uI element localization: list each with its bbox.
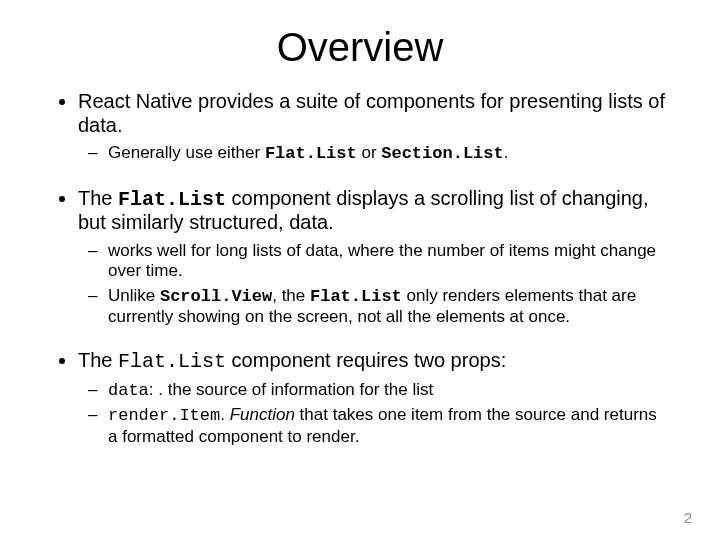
bullet-item: The Flat.List component requires two pro… xyxy=(78,349,670,447)
sub-list: Generally use either Flat.List or Sectio… xyxy=(78,143,670,164)
sub-item: data: . the source of information for th… xyxy=(108,380,670,401)
slide-title: Overview xyxy=(50,25,670,70)
bullet-text: React Native provides a suite of compone… xyxy=(78,90,665,136)
sub-list: data: . the source of information for th… xyxy=(78,380,670,447)
bullet-item: React Native provides a suite of compone… xyxy=(78,90,670,165)
code-sectionlist: Section.List xyxy=(381,144,503,163)
code-flatlist: Flat.List xyxy=(310,287,402,306)
sub-list: works well for long lists of data, where… xyxy=(78,241,670,328)
code-flatlist: Flat.List xyxy=(118,350,226,373)
page-number: 2 xyxy=(684,509,692,526)
emphasis: Function xyxy=(230,405,295,424)
code-data-prop: data xyxy=(108,381,149,400)
slide: Overview React Native provides a suite o… xyxy=(0,0,720,540)
code-flatlist: Flat.List xyxy=(265,144,357,163)
bullet-item: The Flat.List component displays a scrol… xyxy=(78,187,670,328)
code-scrollview: Scroll.View xyxy=(160,287,272,306)
code-flatlist: Flat.List xyxy=(118,188,226,211)
sub-item: render.Item. Function that takes one ite… xyxy=(108,405,670,447)
sub-item: Unlike Scroll.View, the Flat.List only r… xyxy=(108,286,670,328)
sub-item: works well for long lists of data, where… xyxy=(108,241,670,282)
sub-item: Generally use either Flat.List or Sectio… xyxy=(108,143,670,164)
bullet-list: React Native provides a suite of compone… xyxy=(50,90,670,447)
code-renderitem-prop: render.Item xyxy=(108,406,220,425)
